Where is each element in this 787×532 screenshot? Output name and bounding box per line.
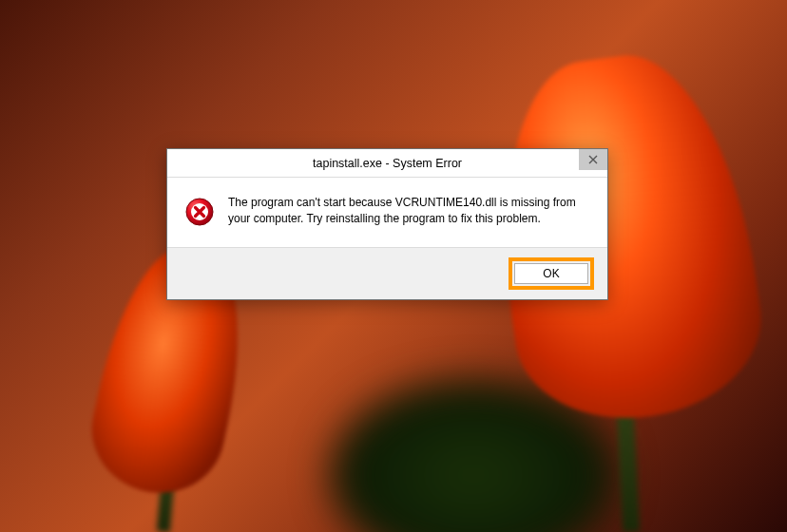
close-button[interactable] (579, 149, 607, 170)
error-icon (184, 197, 215, 227)
error-message: The program can't start because VCRUNTIM… (228, 195, 588, 228)
ok-highlight-box: OK (509, 257, 594, 290)
error-dialog: tapinstall.exe - System Error (166, 148, 608, 300)
close-icon (588, 155, 598, 164)
titlebar: tapinstall.exe - System Error (167, 149, 607, 178)
ok-button[interactable]: OK (514, 263, 588, 284)
button-area: OK (167, 247, 607, 299)
dialog-title: tapinstall.exe - System Error (313, 157, 462, 170)
dialog-content: The program can't start because VCRUNTIM… (167, 178, 607, 247)
